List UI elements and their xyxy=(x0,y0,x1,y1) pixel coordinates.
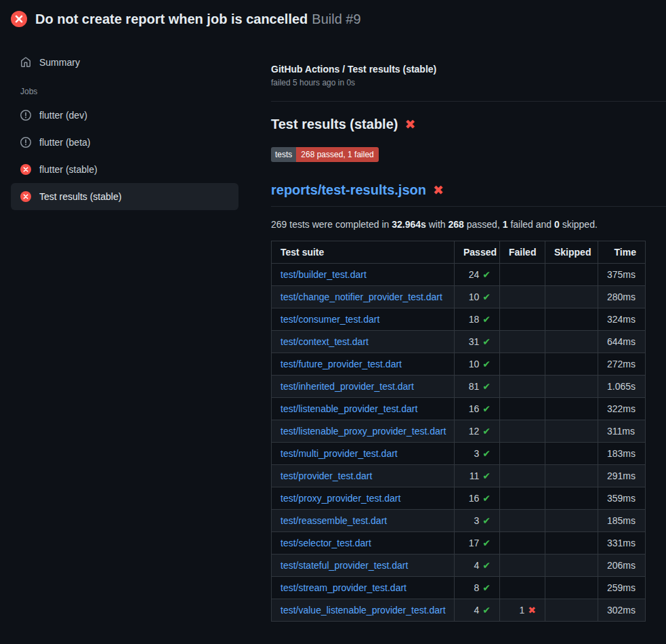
test-suite-cell: test/value_listenable_provider_test.dart xyxy=(272,599,455,622)
build-number: Build #9 xyxy=(312,12,360,26)
test-suite-link[interactable]: test/listenable_provider_test.dart xyxy=(280,403,417,414)
test-suite-cell: test/listenable_proxy_provider_test.dart xyxy=(272,420,455,443)
passed-value: 24 xyxy=(469,269,480,280)
time-cell: 311ms xyxy=(598,420,646,443)
passed-value: 17 xyxy=(469,538,480,548)
check-icon: ✔ xyxy=(482,582,491,593)
table-row: test/consumer_test.dart18✔324ms xyxy=(272,308,646,331)
test-suite-link[interactable]: test/inherited_provider_test.dart xyxy=(280,381,414,392)
passed-value: 16 xyxy=(469,403,480,414)
table-header-row: Test suite Passed Failed Skipped Time xyxy=(272,241,646,264)
test-suite-link[interactable]: test/listenable_proxy_provider_test.dart xyxy=(280,426,446,437)
test-suite-link[interactable]: test/context_test.dart xyxy=(280,336,369,347)
table-row: test/change_notifier_provider_test.dart1… xyxy=(272,286,646,308)
check-icon: ✔ xyxy=(482,336,491,347)
sidebar-item-test-results-stable[interactable]: Test results (stable) xyxy=(11,183,238,210)
report-file-link[interactable]: reports/test-results.json xyxy=(271,182,426,198)
failed-cell xyxy=(500,443,545,465)
test-suite-link[interactable]: test/change_notifier_provider_test.dart xyxy=(280,291,442,302)
passed-value: 12 xyxy=(469,426,480,437)
sidebar-item-flutter-beta[interactable]: flutter (beta) xyxy=(11,129,238,156)
sidebar-item-label: flutter (beta) xyxy=(39,137,90,148)
test-results-table: Test suite Passed Failed Skipped Time te… xyxy=(271,241,646,622)
home-icon xyxy=(20,57,31,68)
test-suite-cell: test/stateful_provider_test.dart xyxy=(272,555,455,577)
skipped-cell xyxy=(545,264,598,286)
sidebar-item-flutter-dev[interactable]: flutter (dev) xyxy=(11,102,238,129)
check-icon: ✔ xyxy=(482,538,491,548)
test-suite-link[interactable]: test/proxy_provider_test.dart xyxy=(280,493,400,504)
passed-cell: 10✔ xyxy=(455,353,500,376)
time-cell: 206ms xyxy=(598,555,646,577)
sidebar-item-summary[interactable]: Summary xyxy=(11,49,238,76)
failed-cell: 1✖ xyxy=(500,599,545,622)
passed-value: 11 xyxy=(470,470,480,481)
table-row: test/context_test.dart31✔644ms xyxy=(272,331,646,353)
failed-cell xyxy=(500,510,545,532)
sidebar-item-label: Summary xyxy=(39,57,80,68)
tests-badge: tests 268 passed, 1 failed xyxy=(271,147,379,162)
test-suite-cell: test/selector_test.dart xyxy=(272,532,455,555)
test-suite-cell: test/listenable_provider_test.dart xyxy=(272,398,455,420)
page-title: Do not create report when job is cancell… xyxy=(35,12,361,27)
table-row: test/selector_test.dart17✔331ms xyxy=(272,532,646,555)
failed-cell xyxy=(500,577,545,599)
test-suite-link[interactable]: test/stateful_provider_test.dart xyxy=(280,560,408,571)
time-cell: 302ms xyxy=(598,599,646,622)
test-suite-link[interactable]: test/provider_test.dart xyxy=(280,470,372,481)
sidebar-item-flutter-stable[interactable]: flutter (stable) xyxy=(11,156,238,183)
time-cell: 331ms xyxy=(598,532,646,555)
passed-value: 10 xyxy=(469,359,480,369)
failed-x-icon: ✖ xyxy=(404,118,415,131)
jobs-heading: Jobs xyxy=(11,87,238,96)
summary-sentence: 269 tests were completed in 32.964s with… xyxy=(271,219,666,230)
check-icon: ✔ xyxy=(482,470,491,481)
check-icon: ✔ xyxy=(482,381,491,392)
table-row: test/proxy_provider_test.dart16✔359ms xyxy=(272,487,646,510)
table-row: test/builder_test.dart24✔375ms xyxy=(272,264,646,286)
skipped-cell xyxy=(545,376,598,398)
time-cell: 644ms xyxy=(598,331,646,353)
table-row: test/reassemble_test.dart3✔185ms xyxy=(272,510,646,532)
sidebar-item-label: flutter (stable) xyxy=(39,164,98,175)
table-row: test/provider_test.dart11✔291ms xyxy=(272,465,646,487)
table-row: test/value_listenable_provider_test.dart… xyxy=(272,599,646,622)
test-suite-link[interactable]: test/selector_test.dart xyxy=(280,538,371,548)
passed-value: 3 xyxy=(474,448,479,459)
test-suite-link[interactable]: test/stream_provider_test.dart xyxy=(280,582,407,593)
test-suite-link[interactable]: test/reassemble_test.dart xyxy=(280,515,387,526)
skipped-cell xyxy=(545,420,598,443)
skipped-cell xyxy=(545,353,598,376)
skipped-cell xyxy=(545,331,598,353)
failed-cell xyxy=(500,555,545,577)
test-suite-link[interactable]: test/future_provider_test.dart xyxy=(280,359,402,369)
test-suite-cell: test/builder_test.dart xyxy=(272,264,455,286)
test-suite-cell: test/stream_provider_test.dart xyxy=(272,577,455,599)
check-icon: ✔ xyxy=(482,448,491,459)
test-suite-link[interactable]: test/builder_test.dart xyxy=(280,269,367,280)
passed-cell: 81✔ xyxy=(455,376,500,398)
passed-value: 18 xyxy=(469,314,480,325)
main-content: GitHub Actions / Test results (stable) f… xyxy=(249,38,666,632)
sidebar: Summary Jobs flutter (dev) flut xyxy=(0,38,249,221)
breadcrumb: GitHub Actions / Test results (stable) xyxy=(271,64,666,75)
badge-value: 268 passed, 1 failed xyxy=(296,147,378,162)
test-suite-cell: test/future_provider_test.dart xyxy=(272,353,455,376)
passed-cell: 31✔ xyxy=(455,331,500,353)
passed-value: 16 xyxy=(469,493,480,504)
page-header: Do not create report when job is cancell… xyxy=(0,0,666,38)
divider xyxy=(271,101,666,102)
skipped-cell xyxy=(545,532,598,555)
check-icon: ✔ xyxy=(482,359,491,369)
table-row: test/stream_provider_test.dart8✔259ms xyxy=(272,577,646,599)
table-row: test/inherited_provider_test.dart81✔1.06… xyxy=(272,376,646,398)
test-suite-link[interactable]: test/consumer_test.dart xyxy=(280,314,379,325)
passed-cell: 18✔ xyxy=(455,308,500,331)
check-icon: ✔ xyxy=(482,291,491,302)
test-suite-link[interactable]: test/value_listenable_provider_test.dart xyxy=(280,605,446,616)
failed-count: 1 xyxy=(503,219,508,230)
time-cell: 375ms xyxy=(598,264,646,286)
cross-icon: ✖ xyxy=(528,605,536,616)
table-row: test/stateful_provider_test.dart4✔206ms xyxy=(272,555,646,577)
test-suite-link[interactable]: test/multi_provider_test.dart xyxy=(280,448,398,459)
